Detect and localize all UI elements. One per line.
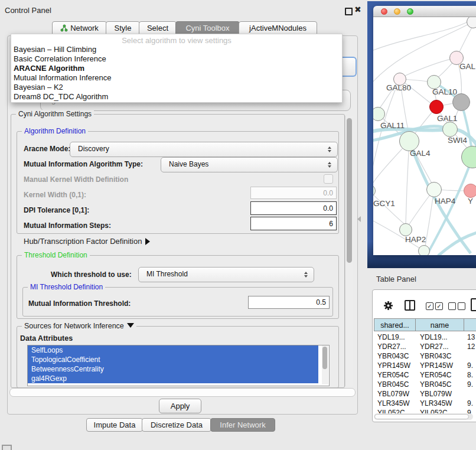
checked-checkbox-icon[interactable]: ✓: [435, 302, 443, 310]
network-window: GALGAL80GAL10GAL1GAL11GAL4SWI4GCY1HAP4YH…: [373, 6, 476, 255]
data-attribute-item[interactable]: BetweennessCentrality: [28, 364, 318, 374]
algorithm-popup-list: Bayesian – Hill ClimbingBasic Correlatio…: [11, 45, 342, 102]
combo-arrows-icon: [304, 271, 308, 278]
unchecked-checkbox-icon[interactable]: [458, 302, 465, 310]
algorithm-popup-item[interactable]: Basic Correlation Inference: [11, 54, 342, 64]
tab-style[interactable]: Style: [106, 21, 140, 35]
algorithm-popup-item[interactable]: Bayesian – Hill Climbing: [11, 45, 342, 54]
table-cell: YER054C: [420, 370, 451, 380]
table-row[interactable]: YDL19...YDL19...13: [373, 332, 476, 342]
expander-arrow-icon: [145, 238, 150, 245]
table-cell: YBL079W: [420, 389, 452, 399]
algorithm-definition-title: Algorithm Definition: [22, 127, 88, 135]
tab-select[interactable]: Select: [139, 21, 177, 35]
data-attributes-list[interactable]: SelfLoopsTopologicalCoefficientBetweenne…: [27, 345, 330, 386]
threshold-definition-title: Threshold Definition: [22, 251, 90, 259]
document-icon[interactable]: [471, 298, 476, 311]
table-row[interactable]: YDR27...YDR27...12: [373, 342, 476, 351]
table-cell: YPR145W: [377, 361, 410, 370]
gear-icon[interactable]: [383, 301, 393, 313]
network-canvas[interactable]: GALGAL80GAL10GAL1GAL11GAL4SWI4GCY1HAP4YH…: [373, 17, 476, 255]
attributes-list-scrollbar[interactable]: [322, 345, 328, 384]
settings-scrollbar[interactable]: [345, 116, 353, 386]
table-row[interactable]: YPR145WYPR145W9.: [373, 361, 476, 370]
network-node[interactable]: [399, 131, 419, 151]
control-panel-title: Control Panel: [5, 6, 51, 15]
which-threshold-combo[interactable]: MI Threshold: [138, 267, 314, 282]
splitter-grip-icon[interactable]: [357, 216, 361, 222]
data-attributes-items: SelfLoopsTopologicalCoefficientBetweenne…: [28, 345, 329, 383]
which-threshold-label: Which threshold to use:: [51, 270, 132, 279]
application-window: Control Panel ✖ Network Style Select Cyn…: [0, 0, 476, 450]
mi-threshold-field[interactable]: [248, 296, 330, 309]
network-node-label: HAP4: [435, 197, 455, 206]
unchecked-checkbox-icon[interactable]: [448, 302, 456, 310]
table-cell: YDL19...: [420, 332, 448, 342]
aracne-mode-label: Aracne Mode:: [24, 145, 70, 153]
settings-scrollbar-thumb[interactable]: [347, 118, 352, 263]
tab-discretize-data[interactable]: Discretize Data: [142, 418, 211, 432]
tab-impute-data[interactable]: Impute Data: [86, 418, 143, 432]
table-row[interactable]: YBR045CYBR045C9.: [373, 380, 476, 389]
table-cell: 12: [467, 342, 475, 351]
hub-definition-expander[interactable]: Hub/Transcription Factor Definition: [24, 237, 150, 246]
algorithm-popup-item[interactable]: Mutual Information Inference: [11, 73, 342, 83]
algorithm-popup-item[interactable]: ARACNE Algorithm: [11, 64, 342, 73]
algorithm-popup-item[interactable]: Dream8 DC_TDC Algorithm: [11, 92, 342, 102]
tab-jactivemnodules[interactable]: jActiveMNodules: [239, 21, 317, 35]
table-horizontal-scrollbar-thumb[interactable]: [374, 414, 469, 419]
checked-checkbox-icon[interactable]: ✓: [426, 302, 433, 310]
network-node[interactable]: [399, 223, 412, 236]
table-cell: YDL19...: [377, 332, 405, 342]
table-row[interactable]: YER054CYER054C8.: [373, 370, 476, 380]
column-header-name[interactable]: name: [415, 318, 464, 331]
tab-network[interactable]: Network: [52, 21, 107, 35]
network-node-label: GAL10: [432, 87, 457, 96]
aracne-mode-combo[interactable]: Discovery: [70, 142, 338, 157]
manual-kernel-width-checkbox[interactable]: [324, 174, 333, 184]
table-cell: YBR045C: [420, 380, 451, 389]
network-window-titlebar[interactable]: [373, 6, 476, 17]
settings-horizontal-scrollbar[interactable]: [9, 388, 356, 397]
table-row[interactable]: YBL079WYBL079W: [373, 389, 476, 399]
algorithm-popup-item[interactable]: Bayesian – K2: [11, 83, 342, 92]
network-node-label: Y: [468, 197, 473, 206]
mi-steps-field[interactable]: [250, 217, 337, 230]
collapse-arrow-icon: [127, 323, 134, 328]
data-attribute-item[interactable]: TopologicalCoefficient: [28, 355, 318, 364]
mi-algorithm-type-combo[interactable]: Naive Bayes: [161, 157, 338, 172]
apply-button[interactable]: Apply: [159, 399, 201, 413]
close-traffic-light-icon[interactable]: [381, 8, 387, 15]
table-cell: YER054C: [377, 370, 409, 380]
data-attribute-item[interactable]: SelfLoops: [28, 345, 318, 355]
network-node[interactable]: [426, 182, 442, 197]
network-node-label: GAL1: [437, 114, 458, 123]
data-attribute-item[interactable]: gal4RGexp: [28, 374, 318, 383]
bottom-corner-icon[interactable]: [2, 445, 12, 450]
attributes-list-scrollbar-thumb[interactable]: [322, 347, 327, 369]
minimize-traffic-light-icon[interactable]: [394, 8, 400, 15]
network-node[interactable]: [418, 245, 430, 255]
table-horizontal-scrollbar[interactable]: [374, 413, 473, 420]
tab-cyni-toolbox[interactable]: Cyni Toolbox: [175, 21, 240, 35]
column-header-partial[interactable]: [464, 318, 476, 331]
close-panel-icon[interactable]: ✖: [354, 5, 361, 14]
kernel-width-field[interactable]: [250, 187, 337, 199]
network-node[interactable]: [442, 122, 458, 137]
split-columns-icon[interactable]: [405, 300, 415, 311]
dpi-tolerance-field[interactable]: [250, 201, 337, 215]
float-panel-icon[interactable]: [345, 8, 353, 15]
table-row[interactable]: YBR043CYBR043C: [373, 351, 476, 361]
network-node[interactable]: [464, 184, 476, 198]
sources-group-title[interactable]: Sources for Network Inference: [22, 322, 136, 330]
mi-threshold-definition-title: MI Threshold Definition: [28, 283, 105, 291]
table-row[interactable]: YLR345WYLR345W9.: [373, 399, 476, 408]
table-cell: 8.: [467, 370, 473, 380]
table-window: ✓ ✓ shared... name YDL19...YDL19...13YDR…: [372, 289, 476, 422]
table-cell: YLR345W: [420, 399, 452, 408]
zoom-traffic-light-icon[interactable]: [407, 8, 413, 15]
tab-infer-network[interactable]: Infer Network: [210, 418, 275, 432]
network-node[interactable]: [429, 100, 444, 114]
combo-arrows-icon: [327, 161, 332, 168]
column-header-shared[interactable]: shared...: [374, 318, 416, 331]
